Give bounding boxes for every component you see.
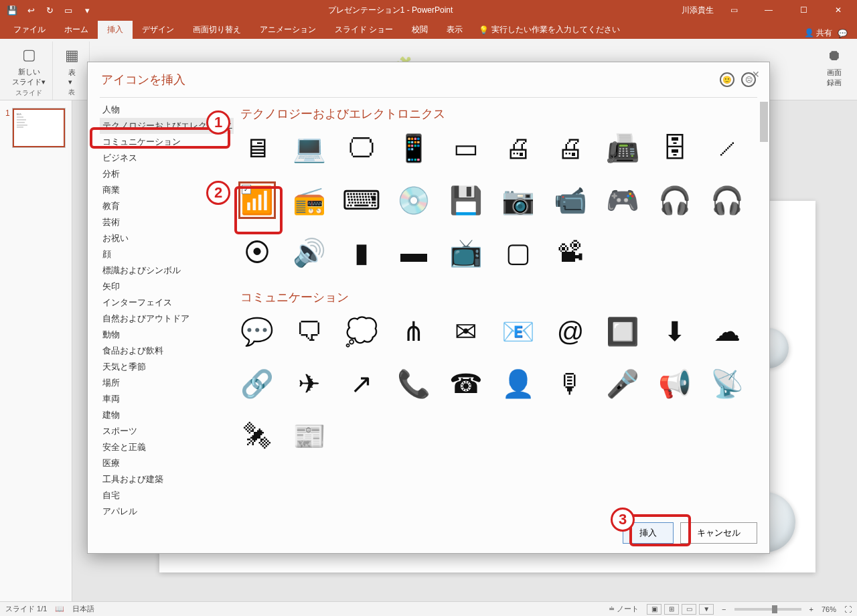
icon-tablet[interactable]: ▭ — [449, 131, 483, 165]
category-item[interactable]: 自宅 — [100, 487, 234, 504]
redo-icon[interactable]: ↻ — [43, 3, 56, 17]
spellcheck-icon[interactable]: 📖 — [55, 605, 64, 613]
icon-projector-screen[interactable]: ▢ — [501, 236, 535, 269]
tab-home[interactable]: ホーム — [55, 21, 98, 39]
notes-button[interactable]: ≐ ノート — [609, 604, 639, 614]
icon-floppy[interactable]: 💾 — [449, 183, 483, 217]
category-item[interactable]: 場所 — [100, 375, 234, 391]
icon-desktop[interactable]: 🖥 — [240, 131, 274, 165]
icon-mic[interactable]: 🎤 — [606, 367, 639, 400]
icon-cd[interactable]: 💿 — [397, 183, 431, 217]
icon-newspaper[interactable]: 📰 — [293, 419, 326, 453]
category-item[interactable]: 標識およびシンボル — [100, 262, 234, 279]
table-button[interactable]: ▦ 表 ▾ — [58, 44, 85, 88]
icon-typewriter[interactable]: ⌨ — [345, 183, 378, 217]
icon-speakers[interactable]: 🔊 — [293, 236, 326, 269]
icon-phone[interactable]: 📞 — [397, 367, 431, 400]
icon-monitor[interactable]: 🖵 — [345, 131, 378, 165]
icon-projector[interactable]: 📽 — [554, 236, 587, 269]
icon-dvd-player[interactable]: ▬ — [397, 236, 431, 269]
icon-share[interactable]: ↗ — [345, 367, 378, 400]
tab-review[interactable]: 校閲 — [402, 21, 437, 39]
tell-me-search[interactable]: 💡 実行したい作業を入力してください — [472, 21, 627, 39]
fit-window-icon[interactable]: ⛶ — [844, 605, 852, 613]
icon-envelope-open[interactable]: 📧 — [501, 315, 535, 348]
zoom-slider[interactable] — [734, 608, 801, 611]
category-item[interactable]: 分析 — [100, 166, 234, 182]
category-item[interactable]: 動物 — [100, 327, 234, 343]
tab-animations[interactable]: アニメーション — [250, 21, 325, 39]
slideshow-view-icon[interactable]: ▼ — [699, 604, 714, 615]
icon-fax[interactable]: 📠 — [606, 131, 639, 165]
icon-router[interactable]: 📶✓ — [240, 183, 274, 217]
reading-view-icon[interactable]: ▭ — [682, 604, 696, 615]
icon-paper-plane[interactable]: ✈ — [293, 367, 326, 400]
category-item[interactable]: インターフェイス — [100, 295, 234, 311]
category-item[interactable]: 顔 — [100, 246, 234, 262]
zoom-level[interactable]: 76% — [822, 605, 836, 613]
icon-link[interactable]: 🔗 — [240, 367, 274, 400]
category-item[interactable]: 自然およびアウトドア — [100, 311, 234, 327]
icon-gallery[interactable]: テクノロジーおよびエレクトロニクス🖥💻🖵📱▭🖨🖨📠🗄⟋📶✓📻⌨💿💾📷📹🎮🎧🎧⦿🔊… — [234, 102, 757, 516]
icon-satellite[interactable]: 🛰 — [240, 419, 274, 453]
category-item[interactable]: お祝い — [100, 230, 234, 246]
category-list[interactable]: 人物テクノロジーおよびエレクトロニクスコミュニケーションビジネス分析商業教育芸術… — [100, 102, 234, 516]
zoom-in-icon[interactable]: + — [809, 605, 813, 613]
slide-thumbnail[interactable]: Wi-Fi━━━━━━━━━━━━━━━━━━━━━━━━━━━━━━━ — [13, 108, 65, 147]
category-item[interactable]: スポーツ — [100, 423, 234, 439]
tab-insert[interactable]: 挿入 — [98, 21, 133, 39]
icon-earbuds[interactable]: 🎧 — [658, 183, 692, 217]
tab-design[interactable]: デザイン — [133, 21, 183, 39]
icon-support[interactable]: 👤 — [501, 367, 535, 400]
tab-view[interactable]: 表示 — [437, 21, 472, 39]
category-item[interactable]: 医療 — [100, 455, 234, 471]
icon-envelope[interactable]: ✉ — [449, 315, 483, 348]
icon-camera[interactable]: 📷 — [501, 183, 535, 217]
icon-cloud-download[interactable]: ☁ — [710, 315, 744, 348]
category-item[interactable]: 矢印 — [100, 279, 234, 295]
cancel-button[interactable]: キャンセル — [680, 522, 757, 544]
ribbon-options-icon[interactable]: ▭ — [719, 1, 749, 19]
category-item[interactable]: 安全と正義 — [100, 439, 234, 455]
category-item[interactable]: ビジネス — [100, 150, 234, 166]
icon-vinyl[interactable]: ⦿ — [240, 236, 274, 269]
slideshow-icon[interactable]: ▭ — [62, 3, 75, 17]
screen-recording-button[interactable]: ⏺ 画面 録画 — [821, 44, 848, 89]
close-icon[interactable]: ✕ — [824, 1, 853, 19]
category-item[interactable]: コミュニケーション — [100, 134, 234, 150]
icon-tv[interactable]: 📺 — [449, 236, 483, 269]
icon-radio[interactable]: 📻 — [293, 183, 326, 217]
share-button[interactable]: 👤 共有 — [804, 27, 832, 39]
zoom-out-icon[interactable]: − — [722, 605, 726, 613]
tab-file[interactable]: ファイル — [4, 21, 55, 39]
language-indicator[interactable]: 日本語 — [72, 604, 94, 614]
icon-gamepad[interactable]: 🎮 — [606, 183, 639, 217]
comments-icon[interactable]: 💬 — [838, 29, 848, 38]
sorter-view-icon[interactable]: ⊞ — [664, 604, 679, 615]
undo-icon[interactable]: ↩ — [24, 3, 37, 17]
category-item[interactable]: 天気と季節 — [100, 359, 234, 375]
category-item[interactable]: 車両 — [100, 391, 234, 407]
maximize-icon[interactable]: ☐ — [789, 1, 818, 19]
icon-remote[interactable]: ▮ — [345, 236, 378, 269]
icon-server[interactable]: 🗄 — [658, 131, 692, 165]
icon-printer[interactable]: 🖨 — [501, 131, 535, 165]
scrollbar[interactable] — [760, 102, 768, 516]
icon-telephone[interactable]: ☎ — [449, 367, 483, 400]
icon-megaphone[interactable]: 📢 — [658, 367, 692, 400]
icon-stamp[interactable]: 🔲 — [606, 315, 639, 348]
category-item[interactable]: アパレル — [100, 504, 234, 516]
category-item[interactable]: 工具および建築 — [100, 471, 234, 487]
icon-at-mail[interactable]: @ — [554, 315, 587, 348]
slides-panel[interactable]: 1 Wi-Fi━━━━━━━━━━━━━━━━━━━━━━━━━━━━━━━ — [0, 100, 72, 601]
icon-mic-stand[interactable]: 🎙 — [554, 367, 587, 400]
icon-download[interactable]: ⬇ — [658, 315, 692, 348]
tab-slideshow[interactable]: スライド ショー — [325, 21, 402, 39]
icon-chat[interactable]: 💬 — [240, 315, 274, 348]
icon-webcam[interactable]: 📹 — [554, 183, 587, 217]
feedback-smile-icon[interactable]: 🙂 — [720, 72, 734, 87]
category-item[interactable]: 芸術 — [100, 214, 234, 230]
tab-transitions[interactable]: 画面切り替え — [183, 21, 250, 39]
category-item[interactable]: 建物 — [100, 407, 234, 423]
icon-smartphone[interactable]: 📱 — [397, 131, 431, 165]
